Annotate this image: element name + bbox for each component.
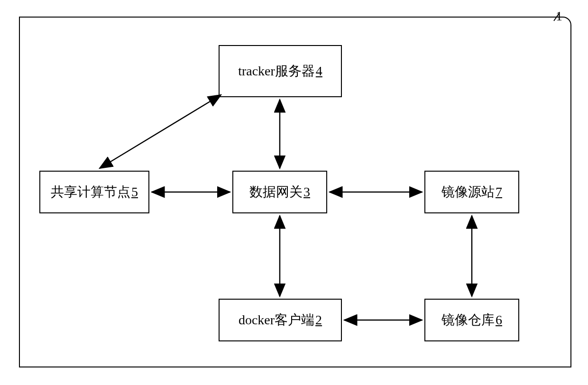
tracker-label: tracker服务器 xyxy=(238,62,315,80)
mirror-origin-box: 镜像源站7 xyxy=(424,171,519,213)
mirror-repo-box: 镜像仓库6 xyxy=(424,299,519,341)
mirror-origin-label: 镜像源站 xyxy=(441,183,495,201)
gateway-label: 数据网关 xyxy=(249,183,303,201)
gateway-num: 3 xyxy=(303,184,310,200)
mirror-origin-num: 7 xyxy=(496,184,502,200)
shared-node-num: 5 xyxy=(131,184,138,200)
docker-client-box: docker客户端2 xyxy=(219,299,342,341)
docker-client-num: 2 xyxy=(315,312,322,328)
docker-client-label: docker客户端 xyxy=(239,311,314,329)
shared-node-label: 共享计算节点 xyxy=(51,183,130,201)
mirror-repo-num: 6 xyxy=(496,312,502,328)
data-gateway-box: 数据网关3 xyxy=(232,171,327,213)
mirror-repo-label: 镜像仓库 xyxy=(441,311,495,329)
system-label: 1 xyxy=(556,9,562,24)
tracker-server-box: tracker服务器4 xyxy=(219,45,342,97)
shared-compute-node-box: 共享计算节点5 xyxy=(39,171,149,213)
tracker-num: 4 xyxy=(316,64,322,79)
